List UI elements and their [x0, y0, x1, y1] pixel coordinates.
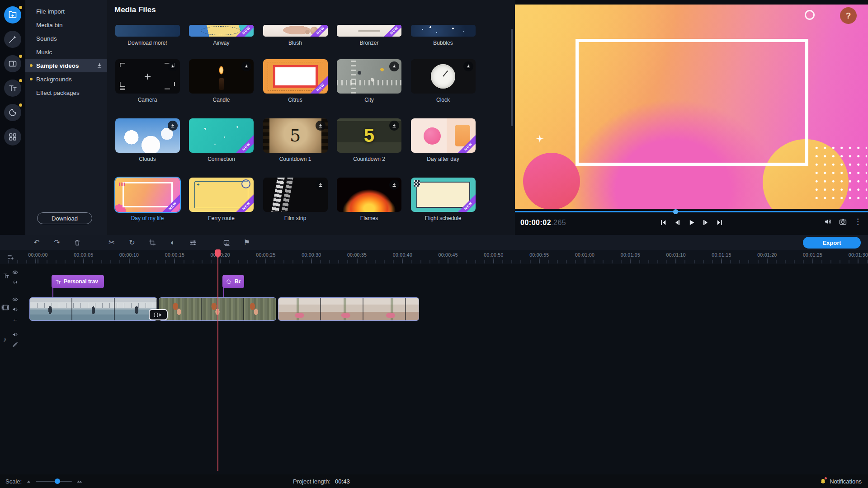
scale-slider[interactable]: [36, 481, 72, 482]
nav-titles[interactable]: [4, 80, 21, 97]
download-badge[interactable]: [389, 121, 399, 131]
marker-button[interactable]: ⚑: [243, 239, 251, 246]
zoom-out-icon[interactable]: [26, 479, 31, 484]
titles-track-icon[interactable]: [3, 272, 9, 279]
overlay-button[interactable]: 2: [222, 239, 231, 246]
zoom-in-icon[interactable]: [76, 478, 83, 484]
media-thumbnail[interactable]: NEW: [411, 178, 476, 212]
delete-button[interactable]: [73, 239, 81, 246]
crop-button[interactable]: [148, 239, 156, 246]
media-thumbnail[interactable]: [115, 118, 180, 153]
export-button[interactable]: Export: [803, 237, 861, 249]
nav-more-tools[interactable]: [4, 128, 21, 145]
help-button[interactable]: ?: [840, 7, 857, 24]
media-card[interactable]: NEW Citrus: [263, 59, 328, 103]
media-card[interactable]: NEW Airway: [189, 25, 254, 46]
download-badge[interactable]: [316, 180, 326, 190]
media-thumbnail[interactable]: [263, 118, 328, 153]
media-card[interactable]: Clock: [411, 59, 476, 103]
title-clip[interactable]: Bow: [222, 275, 244, 288]
media-thumbnail[interactable]: NEW: [337, 25, 401, 37]
media-thumbnail[interactable]: [411, 25, 476, 37]
menu-item-backgrounds[interactable]: Backgrounds: [25, 72, 107, 86]
titles-track-visibility-toggle[interactable]: [12, 269, 18, 275]
media-thumbnail[interactable]: NEW: [189, 118, 254, 153]
media-card[interactable]: NEW Blush: [263, 25, 328, 46]
video-clip[interactable]: [278, 297, 419, 321]
menu-item-sample-videos[interactable]: Sample videos: [25, 59, 107, 72]
play-button[interactable]: [687, 217, 697, 228]
download-badge[interactable]: [389, 61, 399, 71]
playhead-marker[interactable]: [215, 249, 221, 256]
menu-item-music[interactable]: Music: [25, 45, 107, 59]
rotate-button[interactable]: ↻: [128, 239, 136, 246]
media-thumbnail[interactable]: NEW: [189, 25, 254, 37]
media-thumbnail[interactable]: [115, 25, 180, 37]
media-thumbnail[interactable]: NEW: [189, 178, 254, 212]
music-track-mute-toggle[interactable]: [12, 332, 18, 338]
next-frame-button[interactable]: [701, 217, 711, 228]
media-thumbnail[interactable]: NEW: [263, 59, 328, 94]
media-thumbnail[interactable]: [411, 59, 476, 94]
media-thumbnail[interactable]: [263, 178, 328, 212]
media-thumbnail[interactable]: NEW: [115, 178, 180, 212]
go-to-end-button[interactable]: [715, 217, 725, 228]
track-options-icon[interactable]: [7, 253, 14, 260]
playhead[interactable]: [217, 255, 218, 471]
media-thumbnail[interactable]: NEW: [411, 118, 476, 153]
download-badge[interactable]: [168, 61, 178, 71]
nav-transitions[interactable]: [4, 55, 21, 72]
media-card[interactable]: Countdown 1: [263, 118, 328, 162]
media-card[interactable]: Bubbles: [411, 25, 476, 46]
volume-button[interactable]: [824, 218, 832, 225]
snapshot-button[interactable]: [839, 218, 847, 225]
more-options-button[interactable]: ⋮: [854, 218, 862, 225]
download-badge[interactable]: [463, 61, 473, 71]
scale-slider-handle[interactable]: [55, 479, 60, 484]
download-badge[interactable]: [241, 61, 251, 71]
music-track-icon[interactable]: ♪: [3, 336, 7, 343]
media-card[interactable]: City: [337, 59, 401, 103]
video-track-icon[interactable]: [1, 304, 9, 311]
download-button[interactable]: Download: [37, 212, 92, 224]
download-badge[interactable]: [168, 121, 178, 131]
media-thumbnail[interactable]: [115, 59, 180, 94]
go-to-start-button[interactable]: [659, 217, 669, 228]
nav-import[interactable]: [4, 6, 21, 23]
media-card[interactable]: NEW Day after day: [411, 118, 476, 162]
titles-track-link-toggle[interactable]: [12, 279, 18, 285]
video-clip[interactable]: [29, 297, 157, 321]
media-card[interactable]: NEW Day of my life: [115, 178, 180, 221]
notifications-button[interactable]: Notifications: [820, 474, 862, 488]
music-track-edit-toggle[interactable]: [12, 342, 18, 347]
transition-badge[interactable]: [149, 309, 168, 320]
media-card[interactable]: Flames: [337, 178, 401, 221]
video-track-align-button[interactable]: ←: [12, 316, 18, 322]
title-clip[interactable]: Personal trav: [52, 275, 104, 288]
media-thumbnail[interactable]: [337, 59, 401, 94]
media-card[interactable]: Download more!: [115, 25, 180, 46]
media-thumbnail[interactable]: [189, 59, 254, 94]
undo-button[interactable]: ↶: [33, 239, 41, 246]
download-badge[interactable]: [389, 180, 399, 190]
download-icon[interactable]: [96, 62, 103, 69]
nav-filters[interactable]: [4, 31, 21, 48]
media-card[interactable]: Camera: [115, 59, 180, 103]
clip-properties-button[interactable]: [189, 239, 197, 246]
timeline-ruler[interactable]: 00:00:0000:00:0500:00:1000:00:1500:00:20…: [0, 250, 868, 264]
redo-button[interactable]: ↷: [53, 239, 61, 246]
media-thumbnail[interactable]: NEW: [263, 25, 328, 37]
media-thumbnail[interactable]: [337, 118, 401, 153]
download-badge[interactable]: [316, 121, 326, 131]
menu-item-effect-packages[interactable]: Effect packages: [25, 86, 107, 99]
previous-frame-button[interactable]: [673, 217, 683, 228]
media-card[interactable]: Film strip: [263, 178, 328, 221]
media-card[interactable]: NEW Flight schedule: [411, 178, 476, 221]
media-scrollbar[interactable]: [511, 29, 513, 126]
tracks-area[interactable]: ← ♪ Personal trav Bow: [0, 264, 868, 474]
media-thumbnail[interactable]: [337, 178, 401, 212]
media-card[interactable]: Clouds: [115, 118, 180, 162]
media-card[interactable]: NEW Connection: [189, 118, 254, 162]
split-button[interactable]: ✂: [108, 239, 116, 246]
media-card[interactable]: NEW Bronzer: [337, 25, 401, 46]
